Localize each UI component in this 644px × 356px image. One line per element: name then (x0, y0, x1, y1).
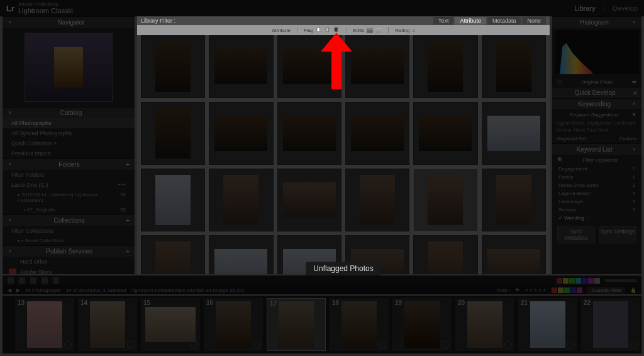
folders-filter[interactable]: Filter Folders (3, 170, 135, 180)
keyword-item[interactable]: Family1 (552, 173, 641, 181)
smart-collections[interactable]: ▸ ▪ Smart Collections (3, 236, 135, 245)
color-label-red[interactable] (557, 278, 562, 284)
filmstrip-cell[interactable]: 13 (15, 298, 74, 351)
grid-cell[interactable] (413, 35, 477, 98)
grid-cell[interactable] (209, 235, 273, 274)
thumbnail-size-slider[interactable] (605, 279, 636, 282)
sync-settings-button[interactable]: Sync Settings (599, 226, 636, 243)
quick-develop-header[interactable]: Quick Develop◀ (552, 87, 641, 98)
publish-hard-drive[interactable]: Hard Drive (3, 257, 135, 267)
grid-cell[interactable] (209, 35, 273, 98)
filter-tab-none[interactable]: None (522, 17, 546, 25)
grid-cell[interactable] (141, 235, 205, 274)
filmstrip-cell[interactable]: 14 (78, 298, 137, 351)
library-filter-bar: Library Filter : Text Attribute Metadata… (137, 16, 550, 25)
grid-cell[interactable] (277, 102, 341, 165)
grid-cell[interactable] (482, 235, 546, 274)
grid-cell[interactable] (141, 35, 205, 98)
app-name: Lightroom Classic (18, 7, 73, 14)
grid-cell[interactable] (209, 169, 273, 231)
collections-header[interactable]: ▼Collections+ (3, 214, 135, 226)
filmstrip-stars[interactable]: ★★★★★ (525, 287, 547, 293)
tooltip-unflagged: Unflagged Photos (306, 262, 380, 275)
filmstrip-cell[interactable]: 22 (581, 298, 640, 351)
grid-cell[interactable] (482, 35, 546, 98)
filmstrip-cell[interactable]: 19 (392, 298, 452, 351)
keyword-list-header[interactable]: Keyword List▼ (552, 143, 641, 155)
nav-back-icon[interactable]: ◀ (8, 287, 11, 293)
loupe-view-icon[interactable] (19, 277, 25, 284)
color-label-none[interactable] (594, 278, 600, 284)
module-develop[interactable]: Develop (613, 4, 638, 12)
thumbnail-grid[interactable] (137, 31, 550, 274)
keyword-item[interactable]: Laguna Beach7 (552, 189, 641, 197)
people-view-icon[interactable] (53, 277, 59, 284)
folder-item[interactable]: ▪ 01_Originals38 (3, 205, 135, 214)
nav-fwd-icon[interactable]: ▶ (16, 287, 20, 293)
histogram-header[interactable]: Histogram▼ (552, 16, 641, 28)
grid-cell[interactable] (345, 102, 409, 165)
color-label-teal[interactable] (575, 278, 581, 284)
grid-view-icon[interactable] (8, 277, 14, 284)
filter-tab-metadata[interactable]: Metadata (487, 17, 521, 25)
folders-drive[interactable]: Lacie One (C:)●●● (3, 180, 135, 190)
catalog-header[interactable]: ▼Catalog (3, 107, 135, 118)
grid-cell[interactable] (277, 35, 341, 98)
filmstrip-cell[interactable]: 20 (455, 298, 514, 351)
grid-cell[interactable] (413, 235, 477, 274)
grid-cell[interactable] (277, 169, 341, 231)
grid-cell[interactable] (345, 169, 409, 231)
catalog-previous-import[interactable]: Previous Import (3, 148, 135, 159)
filmstrip-cell[interactable]: 18 (330, 298, 389, 351)
keyword-set-row[interactable]: Keyword SetCustom (552, 133, 641, 143)
publish-adobe-stock[interactable]: Adobe Stock (3, 267, 135, 274)
filmstrip-cell[interactable]: 21 (518, 298, 577, 351)
filmstrip-cell[interactable]: 17 (267, 298, 326, 351)
breadcrumb[interactable]: All Photographs (25, 287, 60, 293)
keyword-item[interactable]: ✓ Wedding → (552, 214, 641, 222)
keyword-item[interactable]: Horse Shoe Bend1 (552, 181, 641, 189)
keyword-item[interactable]: Sedona3 (552, 206, 641, 214)
grid-cell[interactable] (345, 35, 409, 98)
keyword-filter[interactable]: 🔍Filter Keywords (552, 155, 641, 165)
keyword-item[interactable]: Engagement7 (552, 165, 641, 173)
color-label-blue[interactable] (582, 278, 587, 284)
grid-cell[interactable] (141, 102, 205, 165)
publish-header[interactable]: ▼Publish Services+ (3, 245, 135, 257)
catalog-all-photographs[interactable]: All Photographs (3, 118, 135, 128)
filmstrip-cell[interactable]: 16 (204, 298, 263, 351)
histogram[interactable] (555, 30, 639, 74)
color-label-purple[interactable] (588, 278, 594, 284)
keyword-suggestions-header[interactable]: Keyword Suggestions▼ (552, 109, 641, 120)
compare-view-icon[interactable] (30, 277, 36, 284)
grid-cell[interactable] (482, 169, 546, 231)
filmstrip-cell[interactable]: 15 (141, 298, 200, 351)
survey-view-icon[interactable] (42, 277, 48, 284)
collections-filter[interactable]: Filter Collections (3, 226, 135, 236)
keyword-item[interactable]: Landscape4 (552, 197, 641, 206)
grid-cell[interactable] (413, 102, 477, 165)
catalog-synced[interactable]: All Synced Photographs (3, 128, 135, 138)
keywording-header[interactable]: Keywording▼ (552, 98, 641, 109)
filmstrip-flag-icon[interactable]: ⚑ (515, 287, 519, 293)
color-label-green[interactable] (569, 278, 575, 284)
folders-header[interactable]: ▼Folders+ (3, 159, 135, 170)
grid-cell[interactable] (482, 102, 546, 165)
grid-cell[interactable] (209, 102, 273, 165)
grid-cell[interactable] (141, 169, 205, 231)
color-label-yellow[interactable] (563, 278, 569, 284)
filter-tab-attribute[interactable]: Attribute (455, 17, 486, 25)
navigator-header[interactable]: ▼Navigator (3, 16, 135, 28)
filter-tab-text[interactable]: Text (433, 17, 454, 25)
selected-filename: /lightroom-fundamentals-tutorials-slr-lo… (131, 287, 244, 293)
filter-lock-icon[interactable]: 🔒 (630, 287, 636, 293)
sync-metadata-button[interactable]: Sync Metadata (557, 226, 595, 243)
navigator-preview[interactable] (25, 33, 113, 102)
filmstrip[interactable]: 13 14 15 16 17 18 19 20 21 22 (3, 296, 641, 353)
module-library[interactable]: Library (574, 4, 596, 12)
custom-filter-dropdown[interactable]: Custom Filter (587, 287, 625, 294)
catalog-quick-collection[interactable]: Quick Collection + (3, 138, 135, 148)
folder-item[interactable]: ▸ 2019.08.14 - Mastering Lightroom Funda… (3, 190, 135, 205)
original-photo-row[interactable]: ▢Original Photo⇄ (552, 77, 641, 87)
grid-cell[interactable] (413, 169, 477, 231)
